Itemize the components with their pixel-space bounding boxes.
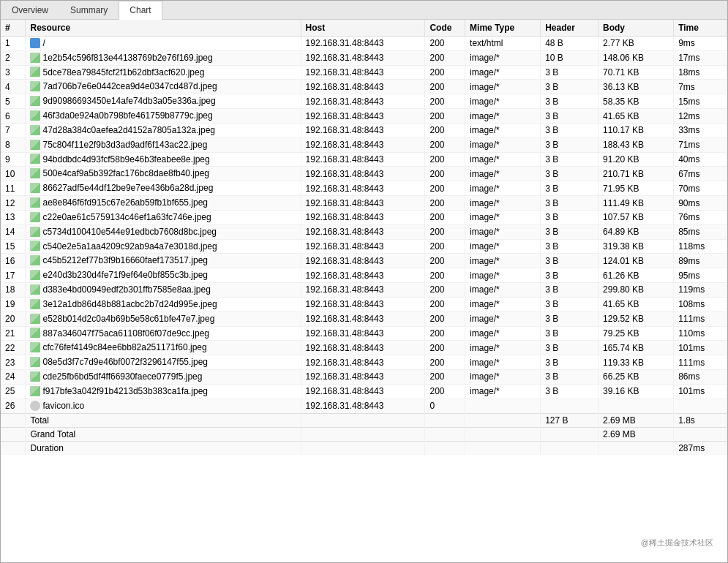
cell-time: 101ms [674, 384, 727, 398]
col-header-host[interactable]: Host [301, 20, 425, 37]
cell-num: 2 [1, 50, 26, 65]
cell-num: 10 [1, 167, 26, 181]
table-row[interactable]: 23 08e5d3f7c7d9e46bf0072f3296147f55.jpeg… [1, 355, 727, 370]
cell-resource: 1e2b54c596f813e44138769b2e76f169.jpeg [26, 50, 301, 65]
table-row[interactable]: 20 e528b014d2c0a4b69b5e58c61bfe47e7.jpeg… [1, 311, 727, 326]
cell-header: 3 B [541, 196, 598, 211]
cell-body: 210.71 KB [598, 167, 674, 181]
table-row[interactable]: 13 c22e0ae61c5759134c46ef1a63fc746e.jpeg… [1, 210, 727, 224]
table-row[interactable]: 26 favicon.ico 192.168.31.48:8443 0 [1, 398, 727, 413]
col-header-resource[interactable]: Resource [26, 20, 301, 37]
cell-code: 200 [425, 239, 465, 254]
cell-host: 192.168.31.48:8443 [301, 297, 425, 311]
html-icon [30, 38, 40, 48]
cell-mime: image/* [465, 196, 541, 211]
cell-host: 192.168.31.48:8443 [301, 254, 425, 268]
cell-host: 192.168.31.48:8443 [301, 398, 425, 413]
cell-mime: image/* [465, 167, 541, 181]
footer-host [301, 427, 425, 441]
table-row[interactable]: 4 7ad706b7e6e0442cea9d4e0347cd487d.jpeg … [1, 80, 727, 94]
resource-name: 08e5d3f7c7d9e46bf0072f3296147f55.jpeg [42, 357, 208, 367]
image-icon [30, 96, 40, 106]
cell-header: 48 B [541, 37, 598, 51]
table-row[interactable]: 16 c45b5212ef77b3f9b16660faef173517.jpeg… [1, 254, 727, 268]
col-header-time[interactable]: Time [674, 20, 727, 37]
cell-host: 192.168.31.48:8443 [301, 341, 425, 355]
table-row[interactable]: 5 9d90986693450e14afe74db3a05e336a.jpeg … [1, 94, 727, 109]
cell-time: 18ms [674, 65, 727, 80]
cell-mime: image/* [465, 137, 541, 152]
table-row[interactable]: 3 5dce78ea79845fcf2f1b62dbf3acf620.jpeg … [1, 65, 727, 80]
tab-overview[interactable]: Overview [1, 1, 59, 19]
table-row[interactable]: 15 c540e2e5a1aa4209c92ab9a4a7e3018d.jpeg… [1, 239, 727, 254]
cell-code: 200 [425, 224, 465, 239]
table-row[interactable]: 2 1e2b54c596f813e44138769b2e76f169.jpeg … [1, 50, 727, 65]
footer-host [301, 441, 425, 455]
image-icon [30, 328, 40, 338]
col-header-body[interactable]: Body [598, 20, 674, 37]
cell-resource: 86627adf5e44df12be9e7ee436b6a28d.jpeg [26, 181, 301, 196]
cell-time: 85ms [674, 224, 727, 239]
cell-body: 39.16 KB [598, 384, 674, 398]
cell-mime: image/* [465, 254, 541, 268]
table-row[interactable]: 8 75c804f11e2f9b3d3ad9adf6f143ac22.jpeg … [1, 137, 727, 152]
resource-name: / [42, 38, 45, 48]
cell-num: 9 [1, 152, 26, 167]
cell-resource: 3e12a1db86d48b881acbc2b7d24d995e.jpeg [26, 297, 301, 311]
footer-code [425, 427, 465, 441]
cell-num: 5 [1, 94, 26, 109]
table-row[interactable]: 19 3e12a1db86d48b881acbc2b7d24d995e.jpeg… [1, 297, 727, 311]
resource-name: 3e12a1db86d48b881acbc2b7d24d995e.jpeg [42, 299, 217, 309]
cell-host: 192.168.31.48:8443 [301, 37, 425, 51]
cell-code: 200 [425, 254, 465, 268]
cell-resource: 94bddbdc4d93fcf58b9e46b3feabee8e.jpeg [26, 152, 301, 167]
table-row[interactable]: 12 ae8e846f6fd915c67e26ab59fb1bf655.jpeg… [1, 196, 727, 211]
cell-mime: image/* [465, 152, 541, 167]
table-row[interactable]: 21 887a346047f75aca61108f06f07de9cc.jpeg… [1, 326, 727, 341]
cell-body: 129.52 KB [598, 311, 674, 326]
cell-code: 200 [425, 283, 465, 298]
col-header-mime[interactable]: Mime Type [465, 20, 541, 37]
cell-time: 110ms [674, 326, 727, 341]
table-row[interactable]: 10 500e4caf9a5b392fac176bc8dae8fb40.jpeg… [1, 167, 727, 181]
table-row[interactable]: 24 cde25fb6bd5df4ff66930faece0779f5.jpeg… [1, 370, 727, 385]
table-row[interactable]: 22 cfc76fef4149c84ee6bb82a251171f60.jpeg… [1, 341, 727, 355]
cell-host: 192.168.31.48:8443 [301, 210, 425, 224]
col-header-header[interactable]: Header [541, 20, 598, 37]
cell-resource: e528b014d2c0a4b69b5e58c61bfe47e7.jpeg [26, 311, 301, 326]
cell-time: 67ms [674, 167, 727, 181]
table-row[interactable]: 18 d383e4bd00949edf2b301ffb7585e8aa.jpeg… [1, 283, 727, 298]
cell-code: 0 [425, 398, 465, 413]
col-header-code[interactable]: Code [425, 20, 465, 37]
cell-time: 111ms [674, 311, 727, 326]
cell-header: 3 B [541, 341, 598, 355]
cell-code: 200 [425, 137, 465, 152]
cell-host: 192.168.31.48:8443 [301, 65, 425, 80]
table-row[interactable]: 7 47d28a384c0aefea2d4152a7805a132a.jpeg … [1, 123, 727, 137]
cell-host: 192.168.31.48:8443 [301, 311, 425, 326]
table-row[interactable]: 17 e240d3b230d4fe71f9ef64e0bf855c3b.jpeg… [1, 268, 727, 283]
table-row[interactable]: 14 c5734d100410e544e91edbcb7608d8bc.jpeg… [1, 224, 727, 239]
table-row[interactable]: 25 f917bfe3a042f91b4213d53b383ca1fa.jpeg… [1, 384, 727, 398]
tab-chart[interactable]: Chart [119, 1, 162, 20]
table-row[interactable]: 9 94bddbdc4d93fcf58b9e46b3feabee8e.jpeg … [1, 152, 727, 167]
cell-mime: image/* [465, 80, 541, 94]
cell-body: 319.38 KB [598, 239, 674, 254]
table-row[interactable]: 11 86627adf5e44df12be9e7ee436b6a28d.jpeg… [1, 181, 727, 196]
image-icon [30, 227, 40, 237]
cell-num: 24 [1, 370, 26, 385]
table-container: # Resource Host Code Mime Type Header Bo… [1, 20, 727, 562]
cell-time: 71ms [674, 137, 727, 152]
table-row[interactable]: 6 46f3da0e924a0b798bfe461759b8779c.jpeg … [1, 109, 727, 124]
cell-mime: image/* [465, 384, 541, 398]
cell-host: 192.168.31.48:8443 [301, 326, 425, 341]
tab-summary[interactable]: Summary [59, 1, 119, 19]
cell-body: 165.74 KB [598, 341, 674, 355]
cell-resource: favicon.ico [26, 398, 301, 413]
cell-resource: c45b5212ef77b3f9b16660faef173517.jpeg [26, 254, 301, 268]
resource-table: # Resource Host Code Mime Type Header Bo… [1, 20, 727, 455]
table-row[interactable]: 1 / 192.168.31.48:8443 200 text/html 48 … [1, 37, 727, 51]
footer-num [1, 441, 26, 455]
image-icon [30, 81, 40, 91]
cell-num: 16 [1, 254, 26, 268]
